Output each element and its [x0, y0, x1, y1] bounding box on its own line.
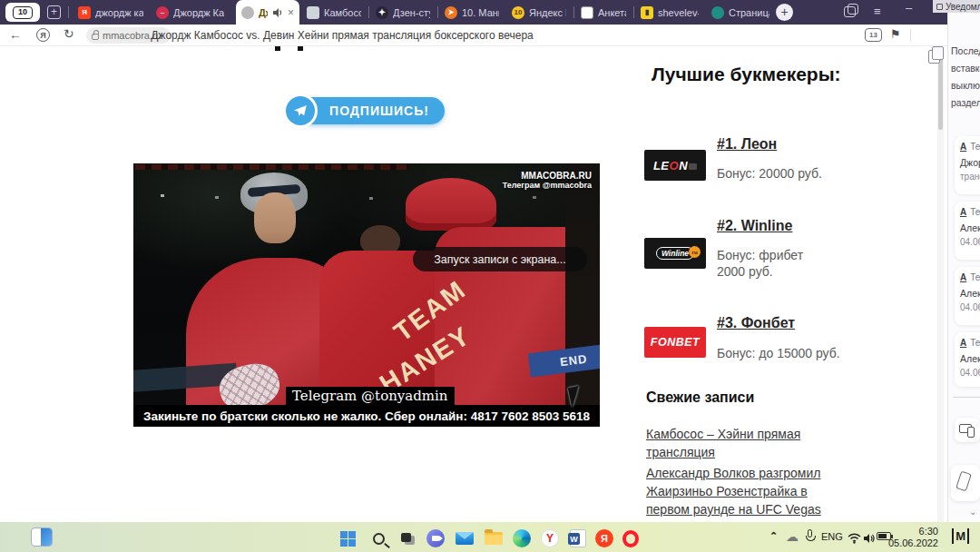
tab-2[interactable]: – Джордж Ка [151, 0, 234, 25]
edge-icon [513, 529, 531, 547]
yandex-app-icon: Я [595, 529, 613, 547]
tab-separator [633, 6, 634, 18]
yandex-browser-button[interactable]: Y [540, 528, 560, 548]
tab-separator [68, 6, 69, 18]
tab-1[interactable]: Я джордж ка [73, 0, 149, 25]
divider [910, 29, 911, 42]
tab-7[interactable]: 10 Яндекс Рек [506, 0, 572, 25]
cornerman-left-face [254, 192, 296, 243]
tab-8[interactable]: Анкета [575, 0, 632, 25]
tray-app-icon[interactable]: М [952, 528, 969, 544]
browser-tab-bar: 10 + Я джордж ка – Джордж Ка Джор × Камб… [0, 0, 980, 25]
fonbet-logo[interactable]: FONBET [644, 327, 706, 358]
notifications-icon [936, 4, 943, 10]
phone-button[interactable] [951, 465, 980, 501]
tab-close-icon[interactable]: × [288, 7, 294, 18]
tab-separator [368, 6, 369, 18]
tab-3-active[interactable]: Джор × [236, 0, 299, 25]
copy-pages-icon[interactable] [928, 50, 940, 64]
task-view-button[interactable] [397, 528, 417, 548]
tab-6[interactable]: ➤ 10. Мани-м [439, 0, 505, 25]
home-icon: 10 [13, 6, 33, 19]
telegram-caption: Telegram @tonyadmin [286, 387, 455, 406]
devices-icon [959, 424, 972, 433]
bookmakers-title: Лучшие букмекеры: [652, 64, 841, 85]
start-button[interactable] [338, 528, 358, 548]
file-explorer-button[interactable] [484, 528, 504, 548]
text-format-icon: A [960, 142, 966, 152]
recent-post-link-1[interactable]: Камбосос – Хэйни прямая трансляция [646, 425, 835, 461]
teams-chat-button[interactable] [426, 528, 446, 548]
tab-10[interactable]: Страница в [706, 0, 775, 25]
subscribe-label: ПОДПИШИСЬ! [315, 104, 429, 118]
donation-banner: Закиньте по братски сколько не жалко. Сб… [133, 405, 600, 427]
collections-icon[interactable]: 13 [865, 28, 882, 42]
word-button[interactable]: W [568, 528, 588, 548]
zen-favicon: ✦ [376, 6, 388, 19]
chart-favicon: ▮ [641, 6, 653, 19]
tab-5[interactable]: ✦ Дзен-студи [370, 0, 436, 25]
tab-label: Яндекс Рек [529, 7, 566, 18]
add-tab-button[interactable]: + [776, 4, 793, 21]
clipboard-card[interactable]: AТек Алексан 04.06.20 [955, 202, 980, 260]
microphone-icon[interactable] [808, 529, 812, 537]
language-indicator[interactable]: ENG [821, 531, 843, 542]
widgets-icon [41, 528, 52, 547]
tab-label: shevelev-tra [658, 7, 699, 18]
screen-record-toast: Запуск записи с экрана... [413, 247, 587, 271]
window-minimize-icon[interactable]: – [906, 2, 912, 15]
tabs-home-button[interactable]: 10 [5, 3, 40, 22]
telegram-subscribe-button[interactable]: ПОДПИШИСЬ! [299, 97, 445, 124]
video-player[interactable]: END TEAM HANEY MMACOBRA.RU Телеграм @mma… [133, 163, 600, 427]
bookmark-flag-icon[interactable]: ⚑ [890, 27, 901, 41]
tab-9[interactable]: ▮ shevelev-tra [635, 0, 704, 25]
widgets-button[interactable] [31, 527, 53, 547]
tray-clock[interactable]: 6:30 05.06.2022 [888, 526, 938, 549]
tab-4[interactable]: Камбосос - [301, 0, 367, 25]
panel-info-line: выключ [951, 80, 980, 91]
clipboard-card[interactable]: AТек Джордж трансля [955, 136, 980, 194]
yandex-app-button[interactable]: Я [594, 528, 614, 548]
onedrive-cloud-icon[interactable]: ☁ [786, 529, 799, 544]
search-button[interactable] [368, 528, 388, 548]
folder-icon [485, 532, 503, 545]
bookmaker-link-fonbet[interactable]: #3. Фонбет [717, 315, 795, 331]
notifications-label: Уведомл [946, 2, 980, 12]
telegram-plane-icon [283, 94, 318, 128]
clipboard-card[interactable]: AТек Алексан 04.06.20 [955, 332, 980, 387]
orange-favicon: ➤ [445, 6, 457, 19]
text-format-icon: A [960, 207, 966, 217]
new-tab-icon[interactable]: + [47, 5, 61, 19]
page-title: Джордж Камбосос vs. Девин Хейни прямая т… [0, 29, 684, 42]
watermark-telegram: Телеграм @mmacobra [503, 181, 592, 190]
opera-button[interactable] [621, 528, 641, 548]
browser-side-panel [947, 0, 980, 522]
leon-logo[interactable]: LEON [644, 150, 706, 181]
screen: 10 + Я джордж ка – Джордж Ка Джор × Камб… [0, 0, 980, 552]
bookmaker-link-winline[interactable]: #2. Winline [717, 218, 792, 234]
word-icon: W [570, 529, 586, 547]
tab-label: Дзен-студи [393, 7, 430, 18]
tab-groups-icon[interactable] [844, 6, 856, 17]
winline-bonus: Бонус: фрибет 2000 руб. [717, 247, 826, 280]
edge-button[interactable] [512, 528, 532, 548]
browser-menu-icon[interactable]: ≡ [874, 5, 881, 18]
notifications-header[interactable]: Уведомл [933, 0, 980, 13]
devices-button[interactable] [955, 418, 980, 442]
tray-expand-icon[interactable]: ⌃ [769, 530, 778, 542]
clipboard-card[interactable]: AТек Алексан 04.06.20 [955, 267, 980, 325]
search-icon [373, 533, 385, 545]
tab-label: Джордж Ка [173, 7, 224, 18]
chevron-down-icon[interactable]: ⌄ [969, 507, 976, 517]
bookmaker-link-leon[interactable]: #1. Леон [717, 136, 777, 153]
document-favicon [581, 6, 593, 19]
clipped-heading-fragment [275, 46, 280, 51]
fonbet-bonus: Бонус: до 15000 руб. [717, 345, 862, 361]
tab-audio-icon[interactable] [272, 7, 283, 18]
clipped-heading-fragment [298, 46, 303, 51]
page-scrollbar[interactable] [937, 46, 944, 522]
winline-logo[interactable]: Winline ru [644, 238, 706, 269]
yandex-ads-favicon: 10 [512, 6, 524, 19]
tab-separator [573, 6, 574, 18]
mail-button[interactable] [455, 528, 475, 548]
